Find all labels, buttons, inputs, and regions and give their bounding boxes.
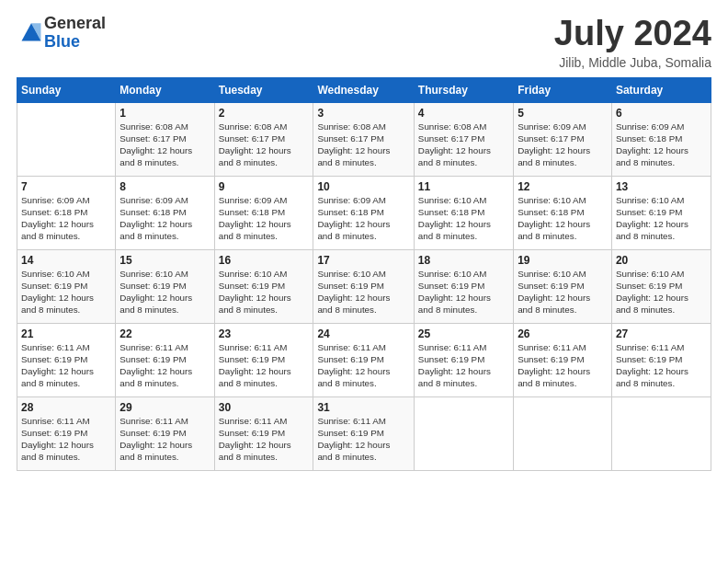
- day-number: 19: [518, 254, 608, 267]
- calendar-cell: [17, 102, 116, 176]
- logo-blue: Blue: [44, 32, 80, 51]
- calendar-cell: 30Sunrise: 6:11 AMSunset: 6:19 PMDayligh…: [214, 396, 313, 470]
- calendar-cell: 31Sunrise: 6:11 AMSunset: 6:19 PMDayligh…: [313, 396, 414, 470]
- calendar-cell: 8Sunrise: 6:09 AMSunset: 6:18 PMDaylight…: [116, 176, 214, 249]
- day-number: 28: [21, 401, 111, 414]
- day-number: 10: [317, 180, 409, 193]
- day-header-saturday: Saturday: [611, 77, 711, 102]
- day-number: 27: [616, 327, 707, 340]
- day-number: 9: [219, 180, 310, 193]
- calendar-cell: 9Sunrise: 6:09 AMSunset: 6:18 PMDaylight…: [214, 176, 313, 249]
- day-number: 1: [119, 107, 210, 120]
- calendar-cell: 5Sunrise: 6:09 AMSunset: 6:17 PMDaylight…: [514, 102, 612, 176]
- day-info: Sunrise: 6:11 AMSunset: 6:19 PMDaylight:…: [616, 341, 707, 390]
- calendar-cell: 7Sunrise: 6:09 AMSunset: 6:18 PMDaylight…: [17, 176, 116, 249]
- page: General Blue July 2024 Jilib, Middle Jub…: [0, 0, 728, 563]
- calendar-week-row: 7Sunrise: 6:09 AMSunset: 6:18 PMDaylight…: [17, 176, 711, 249]
- calendar-cell: [611, 396, 711, 470]
- calendar-cell: 25Sunrise: 6:11 AMSunset: 6:19 PMDayligh…: [414, 323, 513, 396]
- day-info: Sunrise: 6:09 AMSunset: 6:18 PMDaylight:…: [219, 194, 310, 243]
- day-number: 26: [518, 327, 608, 340]
- day-info: Sunrise: 6:08 AMSunset: 6:17 PMDaylight:…: [119, 121, 210, 169]
- day-number: 6: [616, 107, 707, 120]
- calendar-cell: 1Sunrise: 6:08 AMSunset: 6:17 PMDaylight…: [116, 102, 214, 176]
- day-info: Sunrise: 6:10 AMSunset: 6:19 PMDaylight:…: [616, 194, 707, 243]
- calendar-cell: 24Sunrise: 6:11 AMSunset: 6:19 PMDayligh…: [313, 323, 414, 396]
- day-info: Sunrise: 6:10 AMSunset: 6:19 PMDaylight:…: [418, 268, 509, 316]
- calendar-week-row: 28Sunrise: 6:11 AMSunset: 6:19 PMDayligh…: [17, 396, 711, 470]
- calendar-cell: 26Sunrise: 6:11 AMSunset: 6:19 PMDayligh…: [514, 323, 612, 396]
- day-info: Sunrise: 6:10 AMSunset: 6:19 PMDaylight:…: [616, 268, 707, 316]
- day-header-friday: Friday: [514, 77, 612, 102]
- calendar-cell: 17Sunrise: 6:10 AMSunset: 6:19 PMDayligh…: [313, 249, 414, 323]
- day-info: Sunrise: 6:11 AMSunset: 6:19 PMDaylight:…: [317, 341, 409, 390]
- day-number: 29: [119, 401, 210, 414]
- day-header-sunday: Sunday: [17, 77, 116, 102]
- calendar-cell: 10Sunrise: 6:09 AMSunset: 6:18 PMDayligh…: [313, 176, 414, 249]
- calendar-header-row: SundayMondayTuesdayWednesdayThursdayFrid…: [17, 77, 711, 102]
- calendar-cell: 11Sunrise: 6:10 AMSunset: 6:18 PMDayligh…: [414, 176, 513, 249]
- day-number: 17: [317, 254, 409, 267]
- day-number: 8: [119, 180, 210, 193]
- day-number: 31: [317, 401, 409, 414]
- day-info: Sunrise: 6:11 AMSunset: 6:19 PMDaylight:…: [219, 415, 310, 464]
- calendar-cell: 13Sunrise: 6:10 AMSunset: 6:19 PMDayligh…: [611, 176, 711, 249]
- day-number: 16: [219, 254, 310, 267]
- calendar-cell: 28Sunrise: 6:11 AMSunset: 6:19 PMDayligh…: [17, 396, 116, 470]
- day-info: Sunrise: 6:10 AMSunset: 6:19 PMDaylight:…: [21, 268, 111, 316]
- day-info: Sunrise: 6:09 AMSunset: 6:18 PMDaylight:…: [317, 194, 409, 243]
- calendar-cell: 14Sunrise: 6:10 AMSunset: 6:19 PMDayligh…: [17, 249, 116, 323]
- day-info: Sunrise: 6:11 AMSunset: 6:19 PMDaylight:…: [119, 341, 210, 390]
- calendar-cell: 2Sunrise: 6:08 AMSunset: 6:17 PMDaylight…: [214, 102, 313, 176]
- day-number: 15: [119, 254, 210, 267]
- calendar-cell: [514, 396, 612, 470]
- day-info: Sunrise: 6:10 AMSunset: 6:18 PMDaylight:…: [418, 194, 509, 243]
- calendar-cell: 3Sunrise: 6:08 AMSunset: 6:17 PMDaylight…: [313, 102, 414, 176]
- calendar-week-row: 14Sunrise: 6:10 AMSunset: 6:19 PMDayligh…: [17, 249, 711, 323]
- day-info: Sunrise: 6:10 AMSunset: 6:19 PMDaylight:…: [119, 268, 210, 316]
- calendar-cell: 18Sunrise: 6:10 AMSunset: 6:19 PMDayligh…: [414, 249, 513, 323]
- day-header-monday: Monday: [116, 77, 214, 102]
- day-number: 24: [317, 327, 409, 340]
- calendar-cell: 20Sunrise: 6:10 AMSunset: 6:19 PMDayligh…: [611, 249, 711, 323]
- day-number: 5: [518, 107, 608, 120]
- day-header-tuesday: Tuesday: [214, 77, 313, 102]
- day-info: Sunrise: 6:11 AMSunset: 6:19 PMDaylight:…: [21, 341, 111, 390]
- day-number: 30: [219, 401, 310, 414]
- day-number: 22: [119, 327, 210, 340]
- day-info: Sunrise: 6:09 AMSunset: 6:18 PMDaylight:…: [616, 121, 707, 169]
- day-info: Sunrise: 6:11 AMSunset: 6:19 PMDaylight:…: [119, 415, 210, 464]
- day-number: 4: [418, 107, 509, 120]
- day-number: 12: [518, 180, 608, 193]
- logo-text: General Blue: [44, 15, 106, 52]
- day-number: 2: [219, 107, 310, 120]
- day-header-thursday: Thursday: [414, 77, 513, 102]
- calendar-cell: 19Sunrise: 6:10 AMSunset: 6:19 PMDayligh…: [514, 249, 612, 323]
- day-info: Sunrise: 6:09 AMSunset: 6:18 PMDaylight:…: [21, 194, 111, 243]
- calendar: SundayMondayTuesdayWednesdayThursdayFrid…: [17, 77, 711, 471]
- day-info: Sunrise: 6:10 AMSunset: 6:19 PMDaylight:…: [518, 268, 608, 316]
- day-number: 7: [21, 180, 111, 193]
- day-info: Sunrise: 6:11 AMSunset: 6:19 PMDaylight:…: [518, 341, 608, 390]
- day-info: Sunrise: 6:11 AMSunset: 6:19 PMDaylight:…: [219, 341, 310, 390]
- logo-general: General: [44, 14, 106, 32]
- day-info: Sunrise: 6:10 AMSunset: 6:19 PMDaylight:…: [317, 268, 409, 316]
- day-info: Sunrise: 6:08 AMSunset: 6:17 PMDaylight:…: [219, 121, 310, 169]
- calendar-cell: 4Sunrise: 6:08 AMSunset: 6:17 PMDaylight…: [414, 102, 513, 176]
- location: Jilib, Middle Juba, Somalia: [554, 55, 711, 70]
- day-info: Sunrise: 6:08 AMSunset: 6:17 PMDaylight:…: [418, 121, 509, 169]
- day-number: 14: [21, 254, 111, 267]
- logo: General Blue: [17, 15, 106, 52]
- title-block: July 2024 Jilib, Middle Juba, Somalia: [554, 15, 711, 70]
- day-number: 25: [418, 327, 509, 340]
- calendar-cell: 16Sunrise: 6:10 AMSunset: 6:19 PMDayligh…: [214, 249, 313, 323]
- day-number: 23: [219, 327, 310, 340]
- calendar-cell: 23Sunrise: 6:11 AMSunset: 6:19 PMDayligh…: [214, 323, 313, 396]
- day-number: 3: [317, 107, 409, 120]
- calendar-cell: 15Sunrise: 6:10 AMSunset: 6:19 PMDayligh…: [116, 249, 214, 323]
- calendar-cell: 12Sunrise: 6:10 AMSunset: 6:18 PMDayligh…: [514, 176, 612, 249]
- calendar-cell: 29Sunrise: 6:11 AMSunset: 6:19 PMDayligh…: [116, 396, 214, 470]
- day-info: Sunrise: 6:09 AMSunset: 6:17 PMDaylight:…: [518, 121, 608, 169]
- day-info: Sunrise: 6:11 AMSunset: 6:19 PMDaylight:…: [21, 415, 111, 464]
- calendar-cell: 27Sunrise: 6:11 AMSunset: 6:19 PMDayligh…: [611, 323, 711, 396]
